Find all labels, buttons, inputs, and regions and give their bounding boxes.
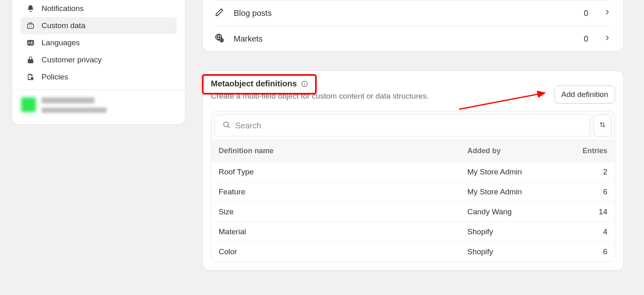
sidebar-item-label: Notifications	[42, 4, 84, 13]
avatar	[21, 97, 36, 112]
section-subtitle: Create a multi-field object for custom c…	[211, 92, 554, 101]
add-definition-button[interactable]: Add definition	[554, 86, 615, 103]
cell-entries: 4	[566, 222, 615, 242]
section-title-text: Metaobject definitions	[211, 79, 297, 88]
languages-icon: A文	[26, 38, 35, 47]
cell-added-by: My Store Admin	[460, 182, 566, 202]
metafield-definitions-card: Blog posts 0 $ Markets 0	[202, 0, 624, 52]
cell-entries: 6	[566, 182, 615, 202]
svg-text:$: $	[221, 39, 223, 42]
list-row-count: 0	[584, 34, 588, 44]
svg-text:A文: A文	[28, 41, 33, 45]
table-row[interactable]: Roof Type My Store Admin 2	[211, 162, 615, 182]
metaobject-header: Metaobject definitions Create a multi-fi…	[203, 79, 623, 111]
cell-entries: 6	[566, 242, 615, 262]
main-content: Blog posts 0 $ Markets 0	[202, 0, 624, 271]
definitions-table: Definition name Added by Entries Roof Ty…	[211, 140, 615, 262]
chevron-right-icon	[604, 34, 611, 43]
cell-name: Material	[211, 222, 460, 242]
sidebar-item-custom-data[interactable]: Custom data	[20, 17, 177, 34]
cell-entries: 2	[566, 162, 615, 182]
definitions-table-container: Definition name Added by Entries Roof Ty…	[211, 111, 615, 262]
sidebar-nav: Notifications Custom data A文 Languages C…	[12, 0, 185, 90]
sort-button[interactable]	[594, 114, 611, 136]
svg-line-12	[228, 126, 229, 128]
sidebar-item-customer-privacy[interactable]: Customer privacy	[20, 51, 177, 68]
sidebar-item-label: Languages	[42, 38, 80, 47]
sidebar-item-notifications[interactable]: Notifications	[20, 0, 177, 17]
list-row-label: Blog posts	[234, 9, 574, 18]
list-row-markets[interactable]: $ Markets 0	[215, 26, 611, 51]
cell-added-by: My Store Admin	[460, 162, 566, 182]
cell-added-by: Candy Wang	[460, 202, 566, 222]
search-icon	[222, 121, 230, 130]
chevron-right-icon	[604, 9, 611, 18]
svg-point-8	[304, 82, 305, 83]
policies-icon	[26, 73, 35, 81]
table-row[interactable]: Material Shopify 4	[211, 222, 615, 242]
sidebar-item-label: Custom data	[42, 21, 85, 30]
custom-data-icon	[26, 21, 35, 30]
sidebar-item-languages[interactable]: A文 Languages	[20, 34, 177, 51]
list-row-count: 0	[584, 9, 588, 18]
table-row[interactable]: Size Candy Wang 14	[211, 202, 615, 222]
sidebar-item-label: Customer privacy	[42, 55, 102, 64]
cell-name: Feature	[211, 182, 460, 202]
table-toolbar	[211, 111, 615, 140]
cell-name: Roof Type	[211, 162, 460, 182]
cell-added-by: Shopify	[460, 242, 566, 262]
account-text-redacted	[42, 97, 107, 113]
section-title: Metaobject definitions	[211, 79, 308, 88]
svg-rect-0	[28, 24, 34, 29]
globe-money-icon: $	[215, 33, 224, 44]
settings-sidebar: Notifications Custom data A文 Languages C…	[12, 0, 185, 125]
col-header-entries[interactable]: Entries	[566, 140, 615, 162]
search-field[interactable]	[215, 114, 590, 136]
list-row-label: Markets	[234, 34, 574, 44]
sidebar-item-policies[interactable]: Policies	[20, 68, 177, 86]
sort-icon	[599, 121, 606, 130]
table-row[interactable]: Feature My Store Admin 6	[211, 182, 615, 202]
cell-name: Size	[211, 202, 460, 222]
col-header-name[interactable]: Definition name	[211, 140, 460, 162]
lock-icon	[26, 55, 35, 64]
sidebar-account-footer[interactable]	[12, 90, 185, 124]
info-icon[interactable]	[301, 80, 308, 88]
cell-name: Color	[211, 242, 460, 262]
metafield-definitions-list: Blog posts 0 $ Markets 0	[203, 0, 623, 51]
list-row-blog-posts[interactable]: Blog posts 0	[215, 0, 611, 26]
cell-entries: 14	[566, 202, 615, 222]
pencil-icon	[215, 8, 224, 18]
search-input[interactable]	[235, 121, 583, 130]
bell-icon	[26, 4, 35, 13]
metaobject-definitions-card: Metaobject definitions Create a multi-fi…	[202, 70, 624, 271]
table-row[interactable]: Color Shopify 6	[211, 242, 615, 262]
col-header-added-by[interactable]: Added by	[460, 140, 566, 162]
cell-added-by: Shopify	[460, 222, 566, 242]
sidebar-item-label: Policies	[42, 73, 68, 81]
